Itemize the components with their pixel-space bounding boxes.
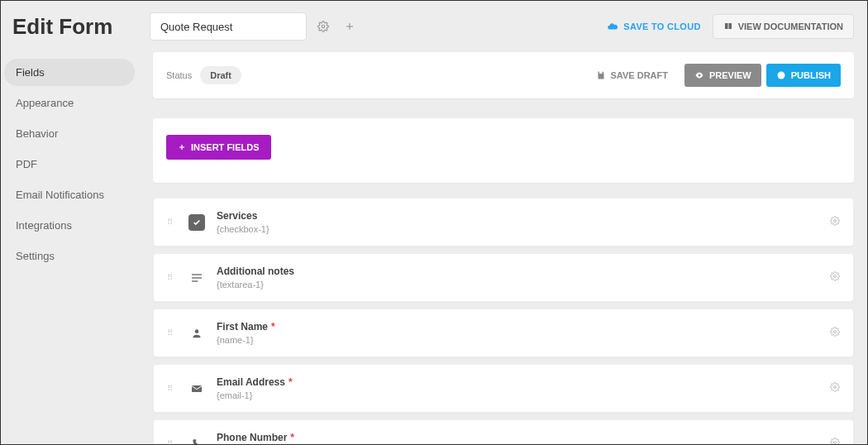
eye-icon [694, 70, 704, 80]
page-title: Edit Form [9, 14, 150, 40]
checkbox-icon [188, 214, 205, 231]
save-draft-button[interactable]: SAVE DRAFT [596, 70, 668, 80]
status-label: Status [166, 70, 192, 80]
save-draft-label: SAVE DRAFT [611, 70, 668, 80]
save-to-cloud-button[interactable]: SAVE TO CLOUD [607, 21, 700, 32]
sidebar-item-email-notifications[interactable]: Email Notifications [4, 181, 135, 208]
required-indicator: * [289, 376, 293, 388]
svg-point-10 [834, 275, 837, 278]
publish-label: PUBLISH [791, 70, 831, 80]
svg-point-3 [777, 72, 785, 79]
field-card[interactable]: ⠿Services{checkbox-1} [153, 198, 854, 246]
sidebar-item-integrations[interactable]: Integrations [4, 212, 135, 239]
publish-button[interactable]: PUBLISH [766, 64, 841, 87]
fields-list: ⠿Services{checkbox-1}⠿Additional notes{t… [153, 198, 854, 445]
form-name-input[interactable] [150, 12, 307, 41]
insert-label: INSERT FIELDS [191, 142, 260, 152]
svg-point-11 [195, 329, 199, 333]
required-indicator: * [271, 321, 275, 333]
status-badge: Draft [200, 66, 241, 84]
field-token: {name-1} [217, 335, 830, 345]
gear-icon[interactable] [313, 17, 333, 36]
plus-icon[interactable] [340, 17, 360, 36]
svg-point-14 [834, 386, 837, 389]
field-card[interactable]: ⠿Additional notes{textarea-1} [153, 253, 854, 302]
topbar: Edit Form SAVE TO CLOUD VIEW DOCUMENTATI… [1, 1, 867, 52]
sidebar-item-behavior[interactable]: Behavior [4, 120, 135, 147]
phone-icon [188, 436, 205, 446]
field-token: {textarea-1} [217, 280, 830, 289]
insert-panel: INSERT FIELDS [153, 118, 854, 183]
book-icon [723, 22, 733, 31]
drag-handle-icon[interactable]: ⠿ [167, 275, 177, 280]
docs-label: VIEW DOCUMENTATION [738, 22, 843, 31]
field-settings-icon[interactable] [830, 216, 840, 228]
person-icon [188, 325, 205, 342]
svg-point-15 [834, 442, 837, 444]
field-card[interactable]: ⠿Email Address*{email-1} [153, 364, 854, 413]
required-indicator: * [290, 432, 294, 443]
cloud-upload-icon [607, 21, 618, 32]
globe-icon [776, 70, 786, 80]
sidebar: FieldsAppearanceBehaviorPDFEmail Notific… [1, 52, 145, 445]
sidebar-item-fields[interactable]: Fields [4, 59, 135, 86]
insert-fields-button[interactable]: INSERT FIELDS [166, 135, 271, 160]
preview-label: PREVIEW [709, 70, 751, 80]
svg-rect-13 [192, 385, 202, 392]
field-label: Phone Number* [217, 432, 830, 443]
drag-handle-icon[interactable]: ⠿ [167, 386, 177, 390]
sidebar-item-settings[interactable]: Settings [4, 242, 135, 270]
field-label: Services [217, 210, 830, 222]
field-label: Additional notes [217, 266, 830, 277]
plus-icon [178, 143, 186, 151]
status-bar: Status Draft SAVE DRAFT PREVIEW PUBLISH [153, 52, 854, 98]
view-documentation-button[interactable]: VIEW DOCUMENTATION [713, 14, 854, 39]
field-label: First Name* [217, 321, 830, 333]
field-label: Email Address* [217, 376, 830, 388]
main-content: Status Draft SAVE DRAFT PREVIEW PUBLISH … [145, 52, 867, 445]
sidebar-item-pdf[interactable]: PDF [4, 151, 135, 178]
svg-point-12 [834, 331, 837, 333]
textarea-icon [188, 270, 205, 286]
drag-handle-icon[interactable]: ⠿ [167, 220, 177, 224]
email-icon [188, 380, 205, 397]
field-settings-icon[interactable] [830, 438, 840, 445]
preview-button[interactable]: PREVIEW [684, 64, 761, 87]
svg-point-0 [322, 25, 325, 28]
field-token: {checkbox-1} [217, 224, 830, 234]
field-card[interactable]: ⠿First Name*{name-1} [153, 309, 854, 357]
field-card[interactable]: ⠿Phone Number*{phone-1} [153, 419, 854, 445]
drag-handle-icon[interactable]: ⠿ [167, 331, 177, 335]
sidebar-item-appearance[interactable]: Appearance [4, 89, 135, 117]
drag-handle-icon[interactable]: ⠿ [167, 442, 177, 445]
field-settings-icon[interactable] [830, 271, 840, 284]
save-icon [596, 70, 606, 80]
field-settings-icon[interactable] [830, 327, 840, 339]
save-cloud-label: SAVE TO CLOUD [623, 22, 700, 31]
field-settings-icon[interactable] [830, 382, 840, 395]
field-token: {email-1} [217, 390, 830, 400]
svg-point-6 [834, 220, 837, 223]
